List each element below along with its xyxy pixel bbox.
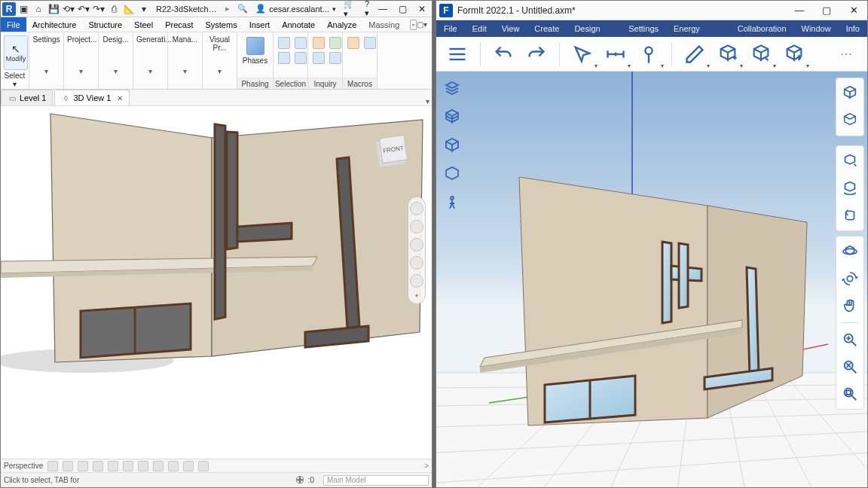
revit-logo-icon[interactable]: R [2,2,16,16]
orbit-icon[interactable] [839,241,860,262]
close-button[interactable]: ✕ [412,1,432,17]
tab-insert[interactable]: Insert [243,17,277,32]
maximize-button[interactable]: ▢ [393,1,412,17]
undo-icon[interactable]: ↶▾ [77,2,90,16]
tab-close-icon[interactable]: ✕ [117,94,123,102]
pushpin-icon[interactable]: ▾ [635,41,662,68]
zoom-extents-icon[interactable] [839,356,860,377]
redo-icon[interactable]: ↷▾ [92,2,105,16]
ribbon-icon[interactable] [364,37,376,49]
perspective-label[interactable]: Perspective [4,462,43,470]
close-button[interactable]: ✕ [840,1,867,20]
wireframe-cube-icon[interactable] [441,106,463,129]
overflow-icon[interactable]: ⋯ [833,41,860,68]
reveal-icon[interactable] [198,461,209,471]
panel-generate[interactable]: Generati...▾ [133,32,168,89]
cube-bolt-icon[interactable]: ▾ [781,41,808,68]
steering-wheel-icon[interactable] [410,202,423,215]
ribbon-icon[interactable] [278,52,290,64]
lock-icon[interactable] [168,461,179,471]
ribbon-icon[interactable] [278,37,290,49]
view-cube[interactable]: FRONT [381,136,414,169]
tab-architecture[interactable]: Architecture [26,17,83,32]
select-icon[interactable]: ▾ [569,41,596,68]
pan-hand-icon[interactable] [839,295,860,316]
tab-steel[interactable]: Steel [128,17,159,32]
minimize-button[interactable]: — [373,1,393,17]
menu-file[interactable]: File [436,20,465,37]
phases-icon[interactable] [246,37,264,55]
tab-overflow-icon[interactable]: ▾ [423,97,432,105]
crop-region-icon[interactable] [153,461,164,471]
workset-selector[interactable]: Main Model [323,475,429,486]
ribbon-icon[interactable] [313,52,325,64]
tab-file[interactable]: File [1,17,26,32]
ribbon-icon[interactable] [295,52,307,64]
formit-3d-viewport[interactable] [436,72,867,487]
orbit-icon[interactable] [410,256,423,270]
save-icon[interactable]: 💾 [47,2,60,16]
zoom-icon[interactable] [410,238,423,252]
ribbon-icon[interactable] [329,37,341,49]
ribbon-icon[interactable] [347,37,359,49]
solid-cube-icon[interactable] [441,135,463,157]
walk-icon[interactable] [441,192,463,215]
sync-icon[interactable]: ⟲▾ [62,2,75,16]
print-icon[interactable]: ⎙ [107,2,121,16]
menu-view[interactable]: View [494,20,527,37]
panel-visual[interactable]: Visual Pr...▾ [203,32,237,89]
panel-project[interactable]: Project...▾ [64,32,99,89]
modify-button[interactable]: ↖ Modify [4,35,28,70]
orbit-cube-icon[interactable] [839,151,860,172]
hide-icon[interactable] [183,461,194,471]
search-icon[interactable]: 🔍 [237,4,248,14]
revit-3d-viewport[interactable]: FRONT ▾ [1,106,432,459]
zoom-in-icon[interactable] [839,329,860,350]
pencil-icon[interactable]: ▾ [681,41,708,68]
pan-icon[interactable] [410,220,423,233]
tab-massing[interactable]: Massing & Site [362,17,407,32]
panel-manage[interactable]: Mana...▾ [168,32,203,89]
tab-level1[interactable]: ▭ Level 1 [1,90,53,105]
measure-icon[interactable]: 📐 [122,2,136,16]
ribbon-icon[interactable] [295,37,307,49]
scale-icon[interactable] [47,461,58,471]
home-icon[interactable]: ⌂ [32,2,45,16]
crop-icon[interactable] [138,461,148,471]
view-cube-icon[interactable] [839,83,860,104]
panel-design[interactable]: Desig...▾ [99,32,133,89]
visual-style-icon[interactable] [78,461,88,471]
open-icon[interactable]: ▣ [17,2,30,16]
render-icon[interactable] [123,461,133,471]
menu-window[interactable]: Window [794,20,839,37]
panel-settings[interactable]: Settings▾ [29,32,64,89]
tab-3dview[interactable]: ◊ 3D View 1 ✕ [54,90,130,105]
maximize-button[interactable]: ▢ [813,1,840,20]
spin-icon[interactable] [839,268,860,289]
menu-collaboration[interactable]: Collaboration [730,20,794,37]
ribbon-config-icon[interactable]: ▫ [410,20,417,30]
swivel-icon[interactable] [839,205,860,226]
undo-icon[interactable] [490,41,517,68]
qat-dropdown-icon[interactable]: ▾ [137,2,151,16]
menu-icon[interactable] [444,41,471,68]
shadows-icon[interactable] [108,461,118,471]
redo-icon[interactable] [523,41,550,68]
tab-analyze[interactable]: Analyze [321,17,362,32]
menu-edit[interactable]: Edit [465,20,494,37]
help-icon[interactable]: ?▾ [365,0,373,18]
measure-icon[interactable]: ▾ [602,41,629,68]
cube-edit-icon[interactable]: ▾ [747,41,775,68]
minimize-button[interactable]: — [786,1,813,20]
select-dropdown[interactable]: Select ▾ [4,70,26,88]
menu-settings[interactable]: Settings [621,20,666,37]
sun-path-icon[interactable] [93,461,103,471]
menu-info[interactable]: Info [839,20,867,37]
layer-cube-icon[interactable] [441,78,463,100]
tab-systems[interactable]: Systems [199,17,243,32]
cube-add-icon[interactable]: ▾ [714,41,741,68]
menu-design-tools[interactable]: Design Tools [567,20,621,37]
iso-cube-icon[interactable] [839,110,860,131]
paperplane-icon[interactable] [410,274,423,288]
user-account[interactable]: 👤 cesar.escalant... ▾ [255,4,336,14]
